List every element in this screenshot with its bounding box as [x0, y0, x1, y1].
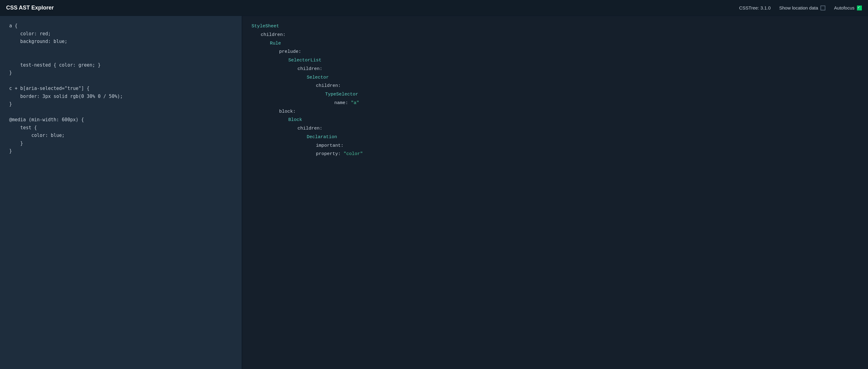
- node-type-typeselector: TypeSelector: [325, 92, 358, 97]
- ast-pane: StyleSheet children: Rule prelude: Selec…: [242, 16, 868, 369]
- node-type-stylesheet: StyleSheet: [251, 24, 279, 29]
- autofocus-checkbox[interactable]: [857, 5, 862, 10]
- code-editor[interactable]: a { color: red; background: blue; test-n…: [9, 22, 232, 155]
- show-location-control[interactable]: Show location data: [779, 5, 826, 10]
- ast-node-block[interactable]: Block: [251, 116, 859, 124]
- version-label: CSSTree: 3.1.0: [739, 5, 771, 10]
- ast-node-declaration[interactable]: Declaration: [251, 133, 859, 142]
- node-type-declaration: Declaration: [307, 135, 337, 140]
- autofocus-label: Autofocus: [834, 5, 855, 10]
- show-location-checkbox[interactable]: [820, 5, 825, 10]
- ast-key-children-1: children:: [251, 31, 859, 39]
- header: CSS AST Explorer CSSTree: 3.1.0 Show loc…: [0, 0, 868, 16]
- ast-node-selector[interactable]: Selector: [251, 74, 859, 82]
- ast-key-children-2: children:: [251, 65, 859, 74]
- ast-keyval-property: property: "color": [251, 150, 859, 159]
- header-controls: CSSTree: 3.1.0 Show location data Autofo…: [739, 5, 862, 10]
- ast-key-prelude: prelude:: [251, 48, 859, 56]
- ast-keyval-name: name: "a": [251, 99, 859, 108]
- app-title: CSS AST Explorer: [6, 5, 54, 11]
- node-type-block: Block: [288, 117, 302, 122]
- ast-node-typeselector[interactable]: TypeSelector: [251, 90, 859, 99]
- node-type-selectorlist: SelectorList: [288, 58, 321, 63]
- ast-key-children-4: children:: [251, 124, 859, 133]
- ast-tree: StyleSheet children: Rule prelude: Selec…: [251, 22, 859, 159]
- main-layout: a { color: red; background: blue; test-n…: [0, 16, 868, 369]
- ast-node-rule[interactable]: Rule: [251, 39, 859, 48]
- ast-key-block: block:: [251, 108, 859, 116]
- ast-node-selectorlist[interactable]: SelectorList: [251, 56, 859, 65]
- ast-key-important: important:: [251, 142, 859, 150]
- node-type-rule: Rule: [270, 41, 281, 46]
- ast-key-children-3: children:: [251, 82, 859, 90]
- show-location-label: Show location data: [779, 5, 818, 10]
- ast-node-stylesheet[interactable]: StyleSheet: [251, 22, 859, 31]
- node-type-selector: Selector: [307, 75, 329, 80]
- editor-pane[interactable]: a { color: red; background: blue; test-n…: [0, 16, 242, 369]
- autofocus-control[interactable]: Autofocus: [834, 5, 862, 10]
